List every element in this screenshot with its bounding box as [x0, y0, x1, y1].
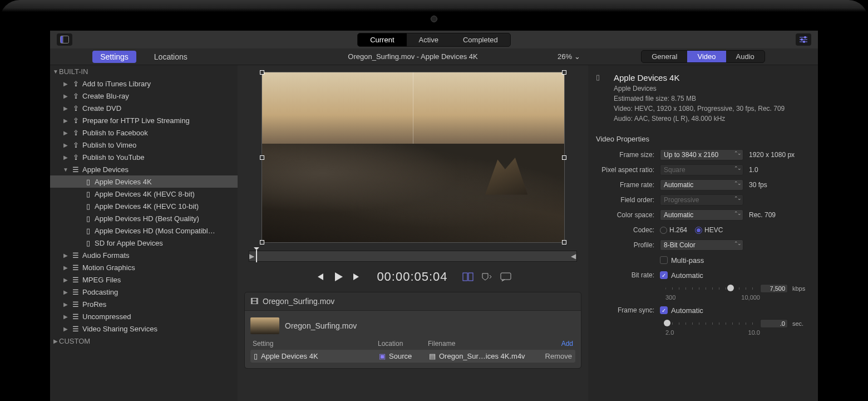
share-icon: ⇪	[71, 80, 80, 88]
phone-icon: ▯	[83, 190, 92, 198]
crop-handle[interactable]	[562, 155, 566, 160]
crop-handle[interactable]	[260, 240, 264, 244]
add-output-button[interactable]: Add	[561, 340, 573, 348]
svg-rect-10	[468, 273, 473, 281]
batch-output-row[interactable]: ▯Apple Devices 4K ▣Source ▤Oregon_Sur…ic…	[250, 350, 575, 363]
multipass-checkbox[interactable]	[660, 256, 668, 264]
framesync-auto-checkbox[interactable]	[660, 306, 668, 314]
crop-handle[interactable]	[562, 240, 566, 244]
sidebar-item-vimeo[interactable]: ⇪Publish to Vimeo	[50, 139, 238, 151]
framesync-unit: sec.	[792, 320, 810, 327]
zoom-level[interactable]: 26%	[558, 52, 580, 61]
field-order-select: Progressive	[660, 194, 743, 206]
frame-rate-readout: 30 fps	[743, 181, 810, 189]
preset-icon: ☰	[71, 288, 80, 296]
sidebar-item-facebook[interactable]: ⇪Publish to Facebook	[50, 126, 238, 139]
share-icon: ⇪	[71, 141, 80, 149]
svg-rect-11	[501, 273, 511, 280]
inspector-tab-audio[interactable]: Audio	[726, 51, 765, 62]
sidebar-item-itunes[interactable]: ⇪Add to iTunes Library	[50, 77, 238, 90]
marker-menu-button[interactable]	[481, 272, 492, 281]
sidebar-item-hls[interactable]: ⇪Prepare for HTTP Live Streaming	[50, 114, 238, 126]
preset-icon: ☰	[71, 251, 80, 260]
tab-current[interactable]: Current	[358, 33, 406, 46]
batch-source-name: Oregon_Surfing.mov	[263, 297, 334, 306]
video-preview[interactable]	[262, 72, 565, 243]
bitrate-value[interactable]: 7,500	[760, 284, 788, 293]
crop-handle[interactable]	[260, 155, 264, 160]
group-built-in[interactable]: BUILT-IN	[50, 65, 238, 77]
frame-size-select[interactable]: Up to 3840 x 2160	[660, 149, 743, 160]
codec-h264-radio[interactable]: H.264	[660, 226, 687, 234]
sidebar-item-apple-devices[interactable]: ☰Apple Devices	[50, 163, 238, 175]
sidebar-item-video-sharing[interactable]: ☰Video Sharing Services	[50, 322, 238, 335]
svg-rect-9	[463, 273, 467, 281]
svg-point-8	[803, 41, 805, 43]
sidebar-item-podcasting[interactable]: ☰Podcasting	[50, 286, 238, 298]
sidebar-item-apple-hd-best[interactable]: ▯Apple Devices HD (Best Quality)	[50, 212, 238, 224]
crop-handle[interactable]	[260, 70, 264, 75]
compare-button[interactable]	[462, 272, 474, 282]
movie-icon: 🎞	[250, 297, 258, 306]
codec-hevc-radio[interactable]: HEVC	[695, 226, 723, 234]
phone-icon: ▯	[596, 73, 607, 125]
playhead[interactable]	[256, 250, 257, 262]
bitrate-auto-checkbox[interactable]	[660, 271, 668, 279]
inspector-tab-video[interactable]: Video	[687, 51, 726, 62]
inspector-tab-general[interactable]: General	[642, 51, 687, 62]
sidebar-item-bluray[interactable]: ⇪Create Blu-ray	[50, 90, 238, 102]
group-custom[interactable]: CUSTOM	[50, 335, 238, 347]
sidebar-item-dvd[interactable]: ⇪Create DVD	[50, 102, 238, 114]
framesync-value[interactable]: .0	[760, 319, 788, 328]
preset-icon: ☰	[71, 312, 80, 321]
col-setting: Setting	[253, 340, 378, 348]
captions-button[interactable]	[500, 272, 511, 281]
sidebar-item-audio-formats[interactable]: ☰Audio Formats	[50, 249, 238, 261]
bitrate-slider[interactable]	[665, 287, 756, 290]
frame-rate-select[interactable]: Automatic	[660, 179, 743, 190]
sidebar-item-prores[interactable]: ☰ProRes	[50, 298, 238, 310]
sidebar-item-apple-4k-hevc8[interactable]: ▯Apple Devices 4K (HEVC 8-bit)	[50, 188, 238, 200]
sidebar-item-apple-sd[interactable]: ▯SD for Apple Devices	[50, 237, 238, 249]
framesync-slider[interactable]	[665, 322, 756, 325]
devices-icon: ☰	[71, 165, 80, 174]
out-point-icon[interactable]: ◀	[571, 251, 576, 261]
phone-icon: ▯	[83, 227, 92, 235]
sidebar-item-mpeg[interactable]: ☰MPEG Files	[50, 273, 238, 286]
sidebar-item-uncompressed[interactable]: ☰Uncompressed	[50, 310, 238, 322]
preset-icon: ☰	[71, 263, 80, 272]
color-space-readout: Rec. 709	[743, 211, 810, 219]
inspector-title: Apple Devices 4K	[614, 73, 810, 82]
preset-icon: ☰	[71, 276, 80, 284]
subtab-locations[interactable]: Locations	[146, 51, 195, 63]
preview-title: Oregon_Surfing.mov - Apple Devices 4K	[348, 52, 477, 61]
folder-icon: ▣	[379, 352, 386, 360]
sliders-icon	[799, 36, 808, 43]
sidebar-item-apple-hd-compat[interactable]: ▯Apple Devices HD (Most Compatibl…	[50, 224, 238, 237]
inspector-toggle-button[interactable]	[796, 33, 811, 46]
prev-frame-button[interactable]	[314, 272, 324, 282]
timecode-display[interactable]: 00:00:05:04	[377, 270, 447, 284]
remove-output-button[interactable]: Remove	[533, 352, 572, 360]
sidebar-item-apple-4k[interactable]: ▯Apple Devices 4K	[50, 175, 238, 188]
sidebar-item-motion[interactable]: ☰Motion Graphics	[50, 261, 238, 273]
phone-icon: ▯	[83, 239, 92, 247]
sidebar-item-youtube[interactable]: ⇪Publish to YouTube	[50, 151, 238, 163]
tab-active[interactable]: Active	[407, 33, 451, 46]
phone-icon: ▯	[254, 352, 258, 360]
sidebar-item-apple-4k-hevc10[interactable]: ▯Apple Devices 4K (HEVC 10-bit)	[50, 200, 238, 212]
crop-handle[interactable]	[562, 70, 566, 75]
main-tabs: Current Active Completed	[357, 33, 511, 47]
section-video-properties: Video Properties	[596, 135, 810, 143]
subtab-settings[interactable]: Settings	[92, 51, 136, 63]
timeline-scrubber[interactable]: ▶ ◀	[249, 251, 577, 262]
batch-panel: 🎞 Oregon_Surfing.mov Oregon_Surfing.mov …	[244, 292, 581, 369]
profile-select[interactable]: 8-Bit Color	[660, 239, 743, 251]
next-frame-button[interactable]	[352, 272, 362, 282]
play-button[interactable]	[332, 271, 344, 283]
sidebar-toggle-button[interactable]	[57, 33, 72, 46]
tab-completed[interactable]: Completed	[451, 33, 510, 46]
share-icon: ⇪	[71, 116, 80, 125]
phone-icon: ▯	[83, 178, 92, 186]
color-space-select[interactable]: Automatic	[660, 209, 743, 221]
